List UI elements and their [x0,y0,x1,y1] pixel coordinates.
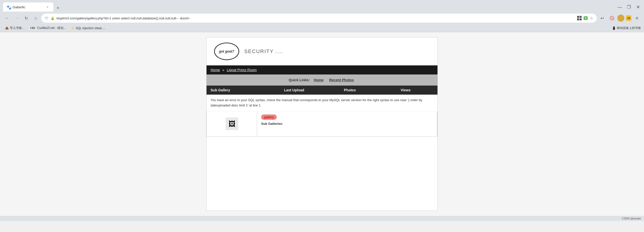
browser-chrome: 🐾 Gallarific × + — ❐ ✕ ← → ↻ ⌂ 🛡 🔒 [0,0,644,32]
address-bar[interactable] [57,16,575,20]
site-logo: got goat? [214,43,239,60]
quick-link-home[interactable]: Home [314,78,324,82]
website-frame: got goat? SECURITY .... Home » Ligoat Pr… [206,37,438,211]
page-content: got goat? SECURITY .... Home » Ligoat Pr… [0,32,644,216]
quick-links-bar: Quick Links: Home Recent Photos [207,74,437,86]
mobile-bookmarks-label: 移动设备上的书签 [617,26,641,30]
import-icon: 📥 [5,26,9,30]
active-tab[interactable]: 🐾 Gallarific × [3,3,53,12]
gallery-table-header: Sub Gallery Last Upload Photos Views [207,86,437,95]
blocked-button[interactable]: 🚫 [608,14,616,22]
bookmark-cuobiezi[interactable]: CBZ CuoBieZi.net - 错别... [27,25,68,31]
site-breadcrumb: Home » Ligoat Press Room [207,65,437,74]
gallery-sub-galleries-label: Sub Galleries: [261,122,433,126]
extensions-grid-icon [577,16,582,20]
site-tagline: SECURITY .... [244,49,283,54]
back-button[interactable]: ← [3,14,11,22]
back-arrow-button[interactable]: ↩ [598,14,606,22]
blocked-icon: 🚫 [610,16,614,20]
bookmark-label: 导入书签... [10,26,24,30]
bookmark-label: CuoBieZi.net - 错别... [37,26,66,30]
breadcrumb-current-link[interactable]: Ligoat Press Room [227,68,257,72]
col-last-upload: Last Upload [266,88,322,92]
grid-icon[interactable] [577,16,582,20]
bookmarks-bar: 📥 导入书签... CBZ CuoBieZi.net - 错别... ⚡ SQL… [0,24,644,32]
error-text: You have an error in your SQL syntax; ch… [211,98,422,107]
col-views: Views [378,88,434,92]
address-bar-container: 🛡 🔒 N ☆ [41,14,597,23]
minimize-button[interactable]: — [617,4,623,10]
gallery-tag[interactable]: gallery [261,114,277,120]
new-tab-button[interactable]: + [54,5,61,12]
bookmark-sql[interactable]: ⚡ SQL injection cheat ... [69,26,107,31]
logo-text-line1: got goat? [219,49,234,54]
title-bar: 🐾 Gallarific × + — ❐ ✕ [0,0,644,12]
cbz-icon: CBZ [29,26,36,30]
close-window-button[interactable]: ✕ [635,4,641,10]
lock-icon: 🔒 [51,16,55,20]
mobile-bookmarks[interactable]: 📱 移动设备上的书签 [612,26,641,30]
breadcrumb-home-link[interactable]: Home [211,68,220,72]
gallery-row: 🖼 gallery Sub Galleries: [207,111,437,137]
gallery-thumbnail: 🖼 [226,118,238,130]
menu-button[interactable]: ≡ [633,14,641,22]
col-sub-gallery: Sub Gallery [211,88,266,92]
nav-actions: ↩ 🚫 JS ≡ [598,14,641,22]
shield-icon: 🛡 [45,16,49,20]
gallery-info-cell: gallery Sub Galleries: [257,111,437,136]
tab-close-button[interactable]: × [45,5,50,9]
breadcrumb-separator: » [222,68,224,72]
js-badge[interactable]: JS [626,15,631,21]
window-controls: — ❐ ✕ [617,4,641,10]
bookmark-star-icon[interactable]: ☆ [590,16,593,21]
node-badge[interactable]: N [584,16,588,20]
gallery-thumbnail-cell: 🖼 [207,111,257,136]
maximize-button[interactable]: ❐ [626,4,632,10]
quick-link-recent-photos[interactable]: Recent Photos [329,78,354,82]
site-header: got goat? SECURITY .... [207,37,437,65]
sql-icon: ⚡ [71,26,75,30]
status-bar: CSDN @rpsate [0,216,644,221]
bookmark-label: SQL injection cheat ... [76,26,105,30]
home-button[interactable]: ⌂ [32,14,40,22]
csdn-label: CSDN @rpsate [622,217,641,220]
user-avatar[interactable] [617,15,624,22]
navigation-bar: ← → ↻ ⌂ 🛡 🔒 N ☆ ↩ 🚫 JS ≡ [0,12,644,24]
forward-button[interactable]: → [13,14,21,22]
quick-links-label: Quick Links: [289,78,310,82]
tab-title: Gallarific [13,5,43,9]
sql-error-message: You have an error in your SQL syntax; ch… [207,95,437,111]
tab-strip: 🐾 Gallarific × + [3,3,617,12]
mobile-icon: 📱 [612,26,616,30]
bookmark-import[interactable]: 📥 导入书签... [3,25,26,31]
tab-favicon: 🐾 [7,5,11,9]
reload-button[interactable]: ↻ [22,14,30,22]
col-photos: Photos [322,88,378,92]
